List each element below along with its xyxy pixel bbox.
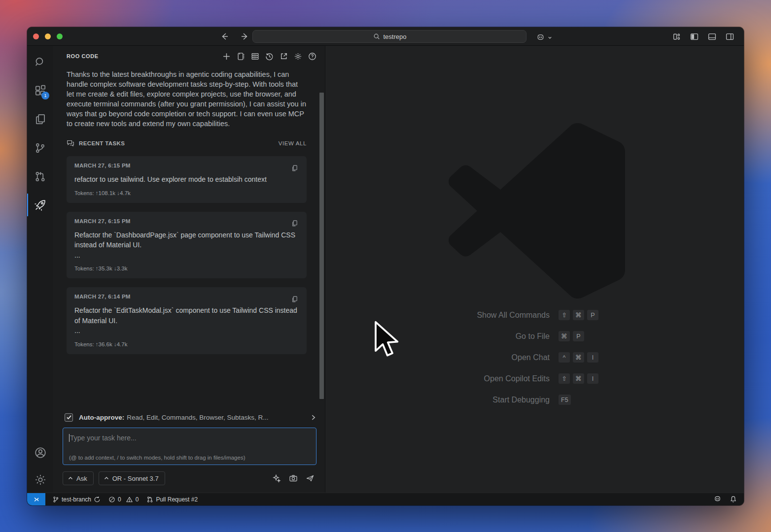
key-chip: P xyxy=(587,310,598,320)
auto-approve-value: Read, Edit, Commands, Browser, Subtasks,… xyxy=(127,414,268,421)
task-date: MARCH 27, 6:15 PM xyxy=(74,218,299,224)
model-value: OR - Sonnet 3.7 xyxy=(112,475,159,482)
key-chip: ⌘ xyxy=(559,331,570,341)
pull-request-status-item[interactable]: Pull Request #2 xyxy=(142,493,202,505)
enhance-prompt-icon[interactable] xyxy=(270,472,283,485)
command-center-search[interactable]: testrepo xyxy=(252,30,526,43)
pull-request-label: Pull Request #2 xyxy=(156,496,198,503)
copy-icon[interactable] xyxy=(288,293,301,305)
send-icon[interactable] xyxy=(304,472,316,485)
remote-indicator[interactable] xyxy=(27,493,45,505)
git-branch-icon xyxy=(52,496,59,503)
chevron-up-icon xyxy=(104,476,109,480)
files-icon xyxy=(34,113,47,126)
key-chip: F5 xyxy=(559,395,571,405)
close-window-button[interactable] xyxy=(33,33,39,39)
warning-icon xyxy=(126,496,133,503)
task-tokens: Tokens: ↑36.6k ↓4.7k xyxy=(74,341,299,347)
navigate-back-icon[interactable] xyxy=(218,30,231,43)
copy-icon[interactable] xyxy=(288,217,301,230)
task-card[interactable]: MARCH 27, 6:15 PM Refactor the `Dashboar… xyxy=(67,212,307,279)
notifications-bell-icon[interactable] xyxy=(726,496,744,503)
editor-shortcuts: Show All Commands ⇧ ⌘ P Go to File ⌘ P O xyxy=(325,304,744,410)
extensions-badge: 1 xyxy=(41,92,49,100)
sidebar-item-settings[interactable] xyxy=(27,467,53,493)
auto-approve-checkbox[interactable] xyxy=(65,413,73,422)
panel-scrollbar[interactable] xyxy=(319,93,324,399)
task-text: Refactor the `DashboardPage.jsx` page co… xyxy=(74,230,299,261)
chevron-down-icon xyxy=(548,35,552,40)
sidebar-item-source-control[interactable] xyxy=(27,133,53,162)
task-date: MARCH 27, 6:15 PM xyxy=(74,163,299,168)
key-chip: ⌘ xyxy=(573,310,584,320)
task-input-hint: (@ to add context, / to switch modes, ho… xyxy=(69,455,310,461)
pull-request-icon xyxy=(146,496,153,503)
toggle-panel-icon[interactable] xyxy=(705,30,718,43)
welcome-text: Thanks to the latest breakthroughs in ag… xyxy=(67,69,307,129)
task-tokens: Tokens: ↑108.1k ↓4.7k xyxy=(74,190,299,196)
sidebar-item-extensions[interactable]: 1 xyxy=(27,76,53,105)
open-in-editor-icon[interactable] xyxy=(278,50,289,62)
problems-status-item[interactable]: 0 0 xyxy=(105,493,142,505)
model-selector[interactable]: OR - Sonnet 3.7 xyxy=(99,471,165,485)
key-chip: ⇧ xyxy=(559,373,570,384)
shortcut-label: Start Debugging xyxy=(325,396,550,404)
copilot-menu[interactable] xyxy=(534,31,552,44)
shortcut-label: Open Chat xyxy=(325,353,550,362)
task-tokens: Tokens: ↑35.3k ↓3.3k xyxy=(74,266,299,271)
toggle-secondary-sidebar-icon[interactable] xyxy=(723,30,736,43)
sidebar-item-github-pr[interactable] xyxy=(27,162,53,191)
branch-status-item[interactable]: test-branch xyxy=(48,493,105,505)
status-bar: test-branch 0 0 Pull Request #2 xyxy=(27,493,744,505)
mode-value: Ask xyxy=(76,475,87,482)
prompts-icon[interactable] xyxy=(235,50,246,62)
gear-icon xyxy=(34,473,47,486)
history-icon[interactable] xyxy=(263,50,275,62)
shortcut-label: Show All Commands xyxy=(325,311,550,320)
key-chip: P xyxy=(573,331,584,341)
help-icon[interactable] xyxy=(306,50,318,62)
task-card[interactable]: MARCH 27, 6:15 PM refactor to use tailwi… xyxy=(67,156,307,203)
chevron-right-icon[interactable] xyxy=(310,414,316,421)
rocket-icon xyxy=(34,199,47,212)
search-value: testrepo xyxy=(384,33,407,40)
key-chip: ^ xyxy=(559,352,570,363)
sidebar-item-search[interactable] xyxy=(27,48,53,76)
sidebar-item-roo-code[interactable] xyxy=(27,191,53,219)
mcp-servers-icon[interactable] xyxy=(249,50,261,62)
navigate-forward-icon[interactable] xyxy=(238,30,251,43)
task-input[interactable]: Type your task here... (@ to add context… xyxy=(63,428,316,465)
source-control-icon xyxy=(34,142,46,154)
task-date: MARCH 27, 6:14 PM xyxy=(74,294,299,299)
error-count: 0 xyxy=(118,496,121,503)
sidebar-item-accounts[interactable] xyxy=(27,438,53,467)
view-all-button[interactable]: VIEW ALL xyxy=(279,140,307,146)
activity-bar: 1 xyxy=(27,46,53,493)
editor-area: Show All Commands ⇧ ⌘ P Go to File ⌘ P O xyxy=(325,46,744,493)
copilot-status-item[interactable] xyxy=(709,495,726,503)
comment-discussion-icon xyxy=(67,139,74,147)
task-input-placeholder: Type your task here... xyxy=(70,434,137,442)
toggle-primary-sidebar-icon[interactable] xyxy=(688,30,701,43)
copy-icon[interactable] xyxy=(288,162,301,174)
warning-count: 0 xyxy=(136,496,139,503)
auto-approve-row[interactable]: Auto-approve: Read, Edit, Commands, Brow… xyxy=(63,410,316,425)
mode-selector[interactable]: Ask xyxy=(63,471,94,485)
sidebar-item-explorer[interactable] xyxy=(27,105,53,133)
customize-layout-icon[interactable] xyxy=(670,30,683,43)
key-chip: ⌘ xyxy=(573,373,584,384)
screenshot-camera-icon[interactable] xyxy=(287,472,300,485)
minimize-window-button[interactable] xyxy=(45,33,51,39)
task-card[interactable]: MARCH 27, 6:14 PM Refactor the `EditTask… xyxy=(67,287,307,354)
pull-request-icon xyxy=(34,170,46,183)
account-icon xyxy=(34,446,47,459)
vscode-window: testrepo xyxy=(27,27,744,505)
key-chip: I xyxy=(587,352,598,363)
titlebar: testrepo xyxy=(27,27,744,46)
task-text: refactor to use tailwind. Use explorer m… xyxy=(74,174,299,185)
settings-gear-icon[interactable] xyxy=(292,50,304,62)
panel-title: ROO CODE xyxy=(67,53,99,59)
new-task-icon[interactable] xyxy=(220,50,232,62)
zoom-window-button[interactable] xyxy=(57,33,63,39)
branch-name: test-branch xyxy=(62,496,91,503)
